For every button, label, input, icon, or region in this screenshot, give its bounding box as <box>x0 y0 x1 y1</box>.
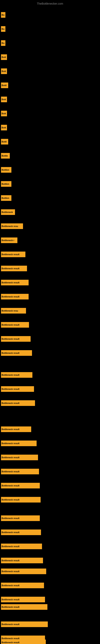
bar-label: Bottleneck result <box>1 623 19 626</box>
bar-item: Bott <box>1 125 7 130</box>
bar-item: Bottleneck result <box>1 350 32 356</box>
bar-label: Bottleneck r <box>1 239 14 242</box>
bar-item: Bottlen <box>1 167 11 173</box>
bar-label: Bottleneck result <box>1 281 19 284</box>
bar-label: Bottleneck result <box>1 442 19 444</box>
bar-row: Bottleneck result <box>1 386 34 392</box>
bar-item: Bottleneck result <box>1 454 38 460</box>
bar-label: Bottleneck result <box>1 637 19 640</box>
bar-row: Bottleneck result <box>1 252 25 257</box>
bar-label: Bottleneck result <box>1 253 19 256</box>
bar-label: Bott <box>1 56 6 58</box>
bar-item: Bottleneck result <box>1 322 29 328</box>
bar-label: Bottleneck result <box>1 267 19 270</box>
bar-item: Bottleneck result <box>1 400 35 406</box>
bar-row: Bottleneck <box>1 209 15 215</box>
bar-item: Bottleneck result <box>1 483 40 488</box>
bar-row: Bottleneck result <box>1 294 29 300</box>
bar-row: Bott <box>1 68 7 74</box>
bar-row: Bottleneck result <box>1 336 31 342</box>
bar-item: Bottleneck result <box>1 568 46 574</box>
bar-item: Bottleneck result <box>1 640 46 644</box>
bar-item: Bottleneck result <box>1 426 31 432</box>
bar-label: Bott <box>1 112 6 115</box>
bar-row: Bottl <box>1 82 8 88</box>
site-title: TheBottlenecker.com <box>0 0 100 7</box>
bar-item: Bottleneck <box>1 209 15 215</box>
bar-row: Bottleneck result <box>1 544 42 549</box>
bar-row: Bottleneck result <box>1 558 43 563</box>
bar-item: Bottleneck result <box>1 252 25 257</box>
bar-row: Bott <box>1 125 7 130</box>
bar-row: Bottlen <box>1 195 11 201</box>
bar-row: Bottleneck result <box>1 597 45 602</box>
bar-item: Bottleneck resu <box>1 308 26 314</box>
bar-row: Bottleneck result <box>1 530 41 535</box>
bar-item: Bott <box>1 111 7 116</box>
bar-row: Bo <box>1 40 5 46</box>
bar-item: Bottleneck result <box>1 469 39 474</box>
bar-row: Bottlen <box>1 181 11 187</box>
bar-label: Bottleneck result <box>1 498 19 501</box>
bar-item: Bottleneck result <box>1 372 32 378</box>
bar-label: Bottleneck resu <box>1 310 18 312</box>
bar-label: Bottlen <box>1 183 9 185</box>
bar-row: Bottleneck result <box>1 426 31 432</box>
bar-row: Bottleneck result <box>1 604 48 610</box>
bar-label: Bottleneck result <box>1 606 19 608</box>
bar-item: Bottl <box>1 82 8 88</box>
bar-label: Bottl <box>1 140 7 143</box>
bar-label: Bottle <box>1 154 8 157</box>
bar-row: Bottleneck result <box>1 280 29 285</box>
bar-row: Bottleneck result <box>1 372 32 378</box>
bar-label: Bottleneck result <box>1 338 19 340</box>
bar-row: Bottleneck result <box>1 516 40 521</box>
bar-label: Bottlen <box>1 169 9 171</box>
bar-item: Bottleneck result <box>1 544 42 549</box>
bar-item: Bottleneck result <box>1 266 27 271</box>
bar-item: Bottleneck result <box>1 558 43 563</box>
bar-item: Bottleneck result <box>1 497 41 502</box>
bar-item: Bott <box>1 54 7 60</box>
bar-row: Bo <box>1 12 5 18</box>
bar-label: Bottleneck result <box>1 388 19 390</box>
bar-label: Bottleneck result <box>1 428 19 430</box>
bar-row: Bottleneck result <box>1 622 48 627</box>
bar-label: Bottleneck result <box>1 402 19 404</box>
bar-row: Bottleneck result <box>1 640 46 644</box>
bar-label: Bottleneck result <box>1 559 19 562</box>
bar-row: Bottleneck result <box>1 568 46 574</box>
bar-item: Bottleneck result <box>1 597 45 602</box>
bar-row: Bo <box>1 26 5 32</box>
bar-item: Bottleneck result <box>1 604 48 610</box>
bar-row: Bottlen <box>1 167 11 173</box>
bar-label: Bottleneck result <box>1 545 19 548</box>
bar-label: Bottleneck result <box>1 374 19 376</box>
bar-label: Bo <box>1 28 4 30</box>
bar-item: Bottleneck r <box>1 238 17 243</box>
bar-item: Bott <box>1 68 7 74</box>
bar-row: Bottleneck result <box>1 400 35 406</box>
bar-row: Bottleneck resu <box>1 308 26 314</box>
bar-row: Bottleneck result <box>1 322 29 328</box>
bar-label: Bottleneck result <box>1 470 19 473</box>
bar-label: Bo <box>1 14 4 16</box>
bar-item: Bo <box>1 12 5 18</box>
bar-row: Bottleneck result <box>1 266 27 271</box>
bar-item: Bottleneck result <box>1 294 29 300</box>
bar-item: Bottleneck result <box>1 516 40 521</box>
bar-row: Bottleneck result <box>1 440 37 446</box>
bar-row: Bottleneck result <box>1 454 38 460</box>
bar-label: Bottl <box>1 84 7 86</box>
bar-label: Bottleneck result <box>1 324 19 326</box>
bar-row: Bottleneck result <box>1 483 40 488</box>
bar-item: Bottl <box>1 139 8 144</box>
bar-item: Bottleneck result <box>1 336 31 342</box>
bar-row: Bottleneck r <box>1 238 17 243</box>
bar-item: Bottleneck resu <box>1 224 23 229</box>
bar-label: Bottleneck result <box>1 352 19 354</box>
bar-item: Bottle <box>1 153 10 158</box>
bar-label: Bottleneck result <box>1 517 19 520</box>
bar-label: Bottleneck result <box>1 531 19 534</box>
bar-item: Bo <box>1 26 5 32</box>
